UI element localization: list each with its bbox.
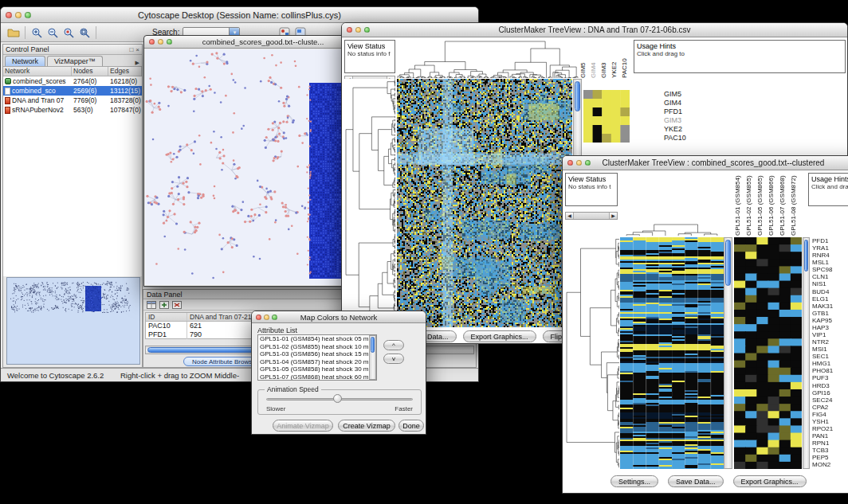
list-item[interactable]: GPL51-05 (GSM858) heat shock 30 min <box>258 365 376 373</box>
zoom-window-button[interactable] <box>585 160 591 166</box>
heatmap-zoom-view[interactable] <box>734 237 802 469</box>
treeview-button[interactable]: Save Data... <box>668 475 724 487</box>
list-item[interactable]: GPL51-03 (GSM856) heat shock 15 min <box>258 350 376 358</box>
column-label[interactable]: GIM3 <box>600 40 610 78</box>
close-panel-icon[interactable]: × <box>135 46 139 53</box>
close-button[interactable] <box>567 160 573 166</box>
zoom-window-button[interactable] <box>272 315 277 320</box>
list-item[interactable]: GPL51-07 (GSM868) heat shock 60 min <box>258 373 376 381</box>
table-row[interactable]: DNA and Tran 07 7769(0) 183728(0) <box>3 96 142 105</box>
minimize-button[interactable] <box>15 12 22 18</box>
animate-vizmap-button[interactable]: Animate Vizmap <box>273 420 333 432</box>
column-label[interactable]: GPL51-07 (GSM868) <box>779 173 790 236</box>
treeview-button[interactable]: Export Graphics... <box>463 330 536 342</box>
gene-label[interactable]: GIM3 <box>664 116 720 125</box>
gene-label[interactable]: PFD1 <box>664 107 720 116</box>
delete-attribute-icon[interactable] <box>172 301 182 309</box>
gene-label[interactable]: TCB3 <box>812 447 848 454</box>
gene-label[interactable]: PHO81 <box>812 367 848 374</box>
list-item[interactable]: GPL51-01 (GSM854) heat shock 05 min <box>258 335 376 343</box>
gene-label[interactable]: GIM5 <box>664 90 720 99</box>
scrollbar-thumb[interactable] <box>725 240 731 286</box>
gene-label[interactable]: MAK31 <box>812 303 848 310</box>
zoom-window-button[interactable] <box>364 27 370 33</box>
gene-label[interactable]: SEC24 <box>812 397 848 404</box>
treeview-button[interactable]: Settings... <box>610 475 658 487</box>
gene-label[interactable]: RNR4 <box>812 252 848 259</box>
column-dendrogram[interactable] <box>397 40 579 78</box>
heatmap-global-view[interactable] <box>397 79 572 327</box>
birdseye-view[interactable] <box>6 277 140 365</box>
heatmap-global-view[interactable] <box>620 237 724 469</box>
zoom-window-button[interactable] <box>167 39 172 45</box>
treeview-button[interactable]: Export Graphics... <box>733 475 807 487</box>
tab-overflow-icon[interactable]: ▶ <box>135 60 139 66</box>
column-label[interactable]: GPL51-05 (GSM865) <box>756 173 768 236</box>
gene-label[interactable]: KAP95 <box>812 317 848 324</box>
done-button[interactable]: Done <box>398 420 424 432</box>
column-dendrogram[interactable] <box>620 223 724 236</box>
gene-label[interactable]: CLN1 <box>812 273 848 280</box>
gene-label[interactable]: MON2 <box>812 461 848 468</box>
heatmap-zoom-view[interactable] <box>583 90 630 143</box>
open-folder-icon[interactable] <box>6 25 22 40</box>
dialog-title-bar[interactable]: Map Colors to Network <box>252 311 426 323</box>
treeview-combined-title-bar[interactable]: ClusterMaker TreeView : combined_scores_… <box>563 156 848 170</box>
gene-label[interactable]: SPC98 <box>812 266 848 273</box>
tab-network[interactable]: Network <box>5 56 45 66</box>
column-label[interactable]: GPL51-01 (GSM854) <box>734 173 745 236</box>
scroll-left-icon[interactable]: ◀ <box>566 213 574 219</box>
zoom-vscrollbar[interactable] <box>803 237 810 469</box>
column-header-id[interactable]: ID <box>146 313 187 321</box>
column-label[interactable]: PAC10 <box>621 40 631 78</box>
new-attribute-icon[interactable] <box>159 301 169 309</box>
gene-label[interactable]: GPI16 <box>812 389 848 397</box>
column-label[interactable]: YKE2 <box>610 40 621 78</box>
column-label[interactable]: GPL51-06 (GSM866) <box>768 173 779 236</box>
gene-label[interactable]: VIP1 <box>812 331 848 338</box>
zoom-selected-icon[interactable] <box>61 25 77 40</box>
main-title-bar[interactable]: Cytoscape Desktop (Session Name: collins… <box>1 7 478 23</box>
scrollbar-thumb[interactable] <box>575 81 580 111</box>
close-button[interactable] <box>149 39 155 45</box>
zoom-fit-icon[interactable] <box>77 25 92 40</box>
move-down-button[interactable]: v <box>383 354 404 364</box>
column-label[interactable]: GIM4 <box>590 40 600 78</box>
gene-label[interactable]: GIM4 <box>664 99 720 107</box>
tab-vizmapper[interactable]: VizMapper™ <box>47 56 103 66</box>
close-button[interactable] <box>256 315 261 320</box>
tree-hscrollbar[interactable]: ◀ ▶ <box>565 212 618 220</box>
minimize-button[interactable] <box>355 27 361 33</box>
column-label[interactable]: GPL51-02 (GSM855) <box>745 173 756 236</box>
gene-label[interactable]: YRA1 <box>812 244 848 252</box>
column-label[interactable]: GIM5 <box>579 40 590 78</box>
gene-label[interactable]: BUD4 <box>812 288 848 295</box>
gene-label[interactable]: PAC10 <box>664 134 720 143</box>
gene-label[interactable]: HMG1 <box>812 360 848 367</box>
gene-label[interactable]: SEC1 <box>812 353 848 360</box>
table-row[interactable]: sRNAPuberNov2 563(0) 107847(0) <box>3 105 142 115</box>
close-button[interactable] <box>6 12 12 18</box>
gene-label[interactable]: YKE2 <box>664 125 720 134</box>
zoom-out-icon[interactable] <box>45 25 61 40</box>
gene-label[interactable]: PEP5 <box>812 454 848 461</box>
column-header-edges[interactable]: Edges <box>108 67 142 76</box>
gene-label[interactable]: PUF3 <box>812 374 848 381</box>
table-row[interactable]: combined_scores 2764(0) 16218(0) <box>3 76 142 86</box>
gene-label[interactable]: NIS1 <box>812 280 848 287</box>
gene-label[interactable]: HAP3 <box>812 324 848 331</box>
zoom-window-button[interactable] <box>25 12 31 18</box>
scrollbar-thumb[interactable] <box>371 337 375 353</box>
gene-label[interactable]: RPN1 <box>812 440 848 447</box>
gene-label[interactable]: NTR2 <box>812 338 848 346</box>
column-header-nodes[interactable]: Nodes <box>72 67 108 76</box>
zoom-in-icon[interactable] <box>29 25 45 40</box>
minimize-button[interactable] <box>158 39 163 45</box>
gene-label[interactable]: MSI1 <box>812 346 848 353</box>
gene-label[interactable]: RPO21 <box>812 425 848 432</box>
treeview-dna-title-bar[interactable]: ClusterMaker TreeView : DNA and Tran 07-… <box>342 23 847 37</box>
create-vizmap-button[interactable]: Create Vizmap <box>338 420 395 432</box>
column-label[interactable]: GPL51-08 (GSM872) <box>790 173 801 236</box>
scrollbar-thumb[interactable] <box>804 240 808 272</box>
gene-label[interactable]: ELG1 <box>812 295 848 303</box>
